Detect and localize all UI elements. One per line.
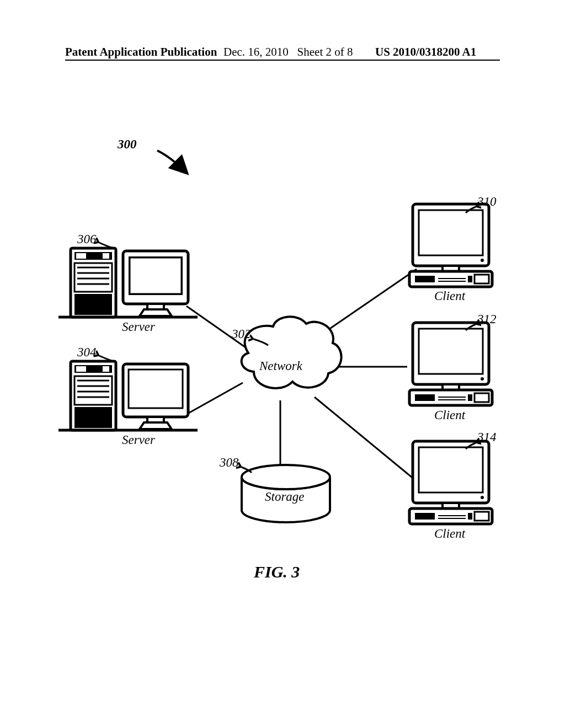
svg-rect-42 — [413, 323, 489, 384]
network-cloud — [242, 317, 342, 388]
ref-arrow-300 — [157, 151, 185, 171]
server-bottom — [58, 361, 198, 430]
label-storage: Storage — [265, 490, 305, 504]
client-top — [409, 204, 492, 287]
svg-point-44 — [481, 377, 484, 381]
figure-caption: FIG. 3 — [254, 563, 300, 581]
ref-308: 308 — [220, 456, 239, 470]
svg-rect-61 — [468, 513, 472, 520]
ref-304: 304 — [77, 345, 97, 360]
svg-rect-52 — [413, 441, 489, 503]
server-top — [58, 248, 198, 317]
svg-rect-50 — [475, 393, 489, 402]
label-client-mid: Client — [434, 408, 465, 422]
ref-312: 312 — [477, 312, 497, 326]
label-client-bot: Client — [434, 527, 465, 541]
svg-rect-47 — [415, 394, 435, 401]
ref-306: 306 — [77, 232, 97, 247]
ref-300: 300 — [118, 137, 137, 152]
client-bot — [409, 441, 492, 524]
svg-rect-19 — [76, 366, 86, 372]
svg-rect-4 — [103, 253, 109, 259]
label-client-top: Client — [434, 289, 465, 303]
conn-client-bot — [315, 397, 415, 480]
svg-point-0 — [242, 465, 330, 489]
svg-rect-14 — [130, 258, 182, 294]
svg-rect-31 — [413, 204, 489, 266]
svg-rect-40 — [475, 275, 489, 283]
svg-rect-59 — [438, 516, 466, 518]
svg-rect-49 — [438, 398, 466, 399]
svg-rect-57 — [415, 513, 435, 520]
svg-rect-10 — [74, 294, 112, 315]
svg-rect-3 — [76, 253, 86, 259]
svg-rect-20 — [103, 366, 109, 372]
client-mid — [409, 323, 492, 405]
ref-302: 302 — [232, 327, 251, 341]
svg-rect-28 — [123, 364, 188, 417]
label-network: Network — [259, 359, 302, 373]
ref-310: 310 — [477, 195, 497, 209]
svg-rect-39 — [438, 279, 466, 281]
ref-314: 314 — [477, 430, 497, 445]
svg-rect-41 — [468, 276, 472, 282]
label-server-bottom: Server — [122, 433, 155, 447]
svg-rect-51 — [468, 394, 472, 401]
svg-point-33 — [481, 259, 484, 262]
svg-rect-36 — [415, 276, 435, 282]
svg-point-54 — [481, 496, 484, 499]
svg-rect-26 — [74, 407, 112, 428]
label-server-top: Server — [122, 320, 155, 334]
svg-rect-60 — [475, 512, 489, 521]
conn-server-bottom — [188, 383, 243, 414]
